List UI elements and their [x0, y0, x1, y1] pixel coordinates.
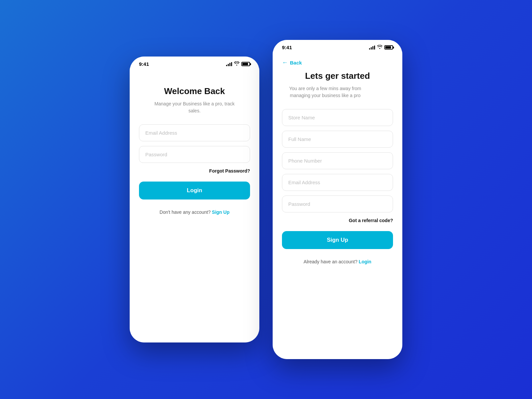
- login-password-input[interactable]: [139, 146, 250, 163]
- store-name-input[interactable]: [282, 109, 393, 126]
- login-email-input[interactable]: [139, 124, 250, 141]
- svg-point-0: [379, 48, 380, 49]
- signup-password-input[interactable]: [282, 196, 393, 212]
- login-content: Welcome Back Manage your Business like a…: [130, 69, 259, 342]
- login-status-time: 9:41: [139, 61, 149, 67]
- signup-status-time: 9:41: [282, 45, 292, 50]
- signup-signal-icon: [369, 46, 375, 50]
- full-name-input[interactable]: [282, 131, 393, 148]
- login-main: Welcome Back Manage your Business like a…: [139, 76, 250, 215]
- login-status-bar: 9:41: [130, 57, 259, 69]
- battery-icon: [241, 62, 250, 66]
- login-button[interactable]: Login: [139, 182, 250, 200]
- login-status-icons: [226, 62, 250, 66]
- signup-wifi-icon: [377, 45, 382, 50]
- no-account-text: Don't have any account? Sign Up: [160, 209, 229, 215]
- signup-status-bar: 9:41: [273, 40, 402, 53]
- signal-icon: [226, 62, 232, 66]
- signup-main: Lets ger started You are only a few mins…: [282, 71, 393, 264]
- referral-code-link[interactable]: Got a referral code?: [349, 218, 393, 223]
- no-account-label: Don't have any account?: [160, 209, 211, 215]
- login-link[interactable]: Login: [359, 259, 371, 264]
- signup-subtitle: You are only a few mins away from managi…: [282, 85, 368, 99]
- signup-battery-icon: [384, 45, 393, 50]
- login-subtitle: Manage your Business like a pro, track s…: [151, 100, 238, 114]
- signup-button[interactable]: Sign Up: [282, 231, 393, 249]
- back-label: Back: [290, 60, 302, 66]
- login-title: Welcome Back: [164, 86, 225, 96]
- signup-link[interactable]: Sign Up: [212, 209, 229, 215]
- back-arrow-icon: ←: [282, 60, 288, 66]
- signup-email-input[interactable]: [282, 174, 393, 191]
- signup-content: ← Back Lets ger started You are only a f…: [273, 53, 402, 359]
- signup-status-icons: [369, 45, 393, 50]
- signup-phone-frame: 9:41 ← Back: [273, 40, 402, 359]
- have-account-label: Already have an account?: [304, 259, 357, 264]
- login-phone-frame: 9:41 Welcome Back: [130, 57, 259, 342]
- back-button[interactable]: ← Back: [282, 60, 393, 66]
- wifi-icon: [234, 62, 239, 66]
- signup-title: Lets ger started: [282, 71, 393, 81]
- forgot-password-link[interactable]: Forgot Password?: [209, 168, 250, 174]
- phone-number-input[interactable]: [282, 152, 393, 169]
- have-account-text: Already have an account? Login: [282, 259, 393, 264]
